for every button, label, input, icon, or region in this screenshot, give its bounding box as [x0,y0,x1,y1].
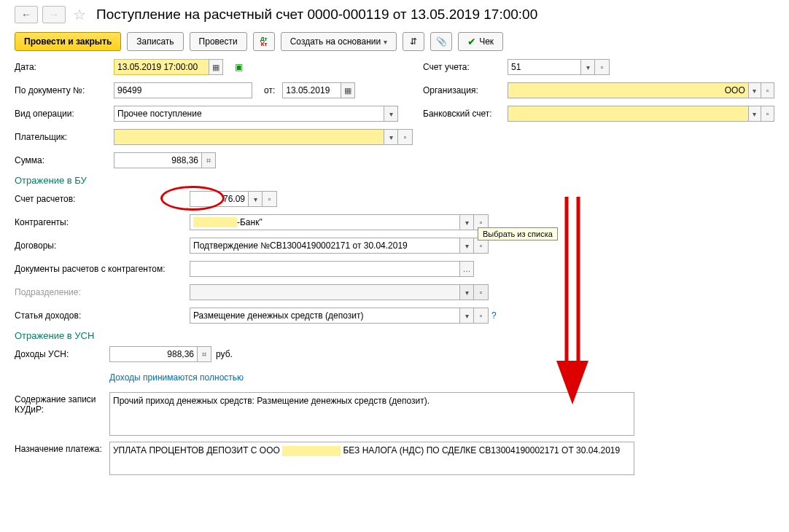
calc-docs-input[interactable] [190,261,459,277]
calc-account-label: Счет расчетов: [15,194,109,204]
bank-account-dropdown-button[interactable] [748,106,761,122]
counterparty-input[interactable]: -Банк" [190,214,459,230]
contract-dropdown-button[interactable] [459,238,474,254]
calc-account-input[interactable] [190,191,248,207]
calc-docs-label: Документы расчетов с контрагентом: [15,264,190,274]
doc-date-calendar-button[interactable] [341,82,355,98]
income-article-dropdown-button[interactable] [459,308,474,324]
doc-date-input[interactable] [282,82,341,98]
op-type-label: Вид операции: [15,109,109,119]
section-bu-header: Отражение в БУ [15,175,774,186]
amount-input[interactable] [114,152,201,168]
counterparties-label: Контрагенты: [15,217,109,227]
post-and-close-button[interactable]: Провести и закрыть [15,32,121,51]
kudir-content-label: Содержание записи КУДиР: [15,392,109,415]
contract-input[interactable] [190,238,459,254]
income-article-open-button[interactable] [474,308,489,324]
bank-account-label: Банковский счет: [423,109,503,119]
subdivision-open-button [474,284,489,300]
payment-purpose-label: Назначение платежа: [15,442,109,454]
chevron-down-icon [384,36,387,47]
op-type-input[interactable] [114,106,384,122]
counterparty-dropdown-button[interactable] [459,214,474,230]
income-full-link[interactable]: Доходы принимаются полностью [109,372,244,383]
income-usn-input[interactable] [109,346,197,362]
amount-calculator-button[interactable] [201,152,216,168]
op-type-dropdown-button[interactable] [384,106,398,122]
org-input[interactable]: ООО [508,82,748,98]
page-title: Поступление на расчетный счет 0000-00011… [96,7,537,23]
amount-label: Сумма: [15,155,109,165]
subdivision-dropdown-button [459,284,474,300]
account-open-button[interactable] [595,59,610,75]
income-usn-label: Доходы УСН: [15,349,109,359]
bank-account-input[interactable] [508,106,748,122]
section-usn-header: Отражение в УСН [15,330,774,341]
favorite-star-icon[interactable]: ☆ [73,6,86,23]
org-dropdown-button[interactable] [748,82,761,98]
account-input[interactable] [508,59,580,75]
account-dropdown-button[interactable] [580,59,595,75]
register-icon[interactable]: ▣ [235,62,243,72]
kudir-content-textarea[interactable]: Прочий приход денежных средств: Размещен… [109,392,634,436]
subdivision-input [190,284,459,300]
select-from-list-tooltip: Выбрать из списка [478,227,558,240]
org-open-button[interactable] [761,82,774,98]
redacted-org-name [282,446,341,456]
post-button[interactable]: Провести [190,32,247,51]
write-button[interactable]: Записать [127,32,183,51]
nav-back-button[interactable]: ← [15,6,38,23]
date-input[interactable] [114,59,209,75]
help-icon[interactable]: ? [491,310,497,321]
payment-purpose-textarea[interactable]: УПЛАТА ПРОЦЕНТОВ ДЕПОЗИТ С ООО БЕЗ НАЛОГ… [109,442,634,475]
payer-label: Плательщик: [15,132,109,142]
payer-dropdown-button[interactable] [384,129,398,145]
calc-account-dropdown-button[interactable] [248,191,263,207]
rub-label: руб. [216,349,233,359]
payer-open-button[interactable] [398,129,413,145]
bank-account-open-button[interactable] [761,106,774,122]
income-usn-calculator-button[interactable] [197,346,211,362]
payer-input[interactable] [114,129,384,145]
income-article-label: Статья доходов: [15,310,190,321]
related-button[interactable]: ⇵ [403,32,424,51]
attach-button[interactable]: 📎 [430,32,452,51]
doc-num-label: По документу №: [15,85,109,95]
check-icon: ✔ [467,36,476,47]
org-label: Организация: [423,85,503,95]
account-label: Счет учета: [423,62,503,72]
check-button[interactable]: ✔ Чек [458,32,503,51]
doc-num-input[interactable] [114,82,252,98]
subdivision-label: Подразделение: [15,287,190,297]
contracts-label: Договоры: [15,240,109,251]
income-article-input[interactable] [190,308,459,324]
create-based-button[interactable]: Создать на основании [281,32,397,51]
doc-from-label: от: [264,85,275,95]
calc-account-open-button[interactable] [263,191,277,207]
date-label: Дата: [15,62,109,72]
nav-forward-button[interactable]: → [42,6,66,23]
calc-docs-more-button[interactable] [459,261,474,277]
date-calendar-button[interactable] [209,59,223,75]
dt-kt-button[interactable]: ДтКт [253,32,275,51]
dt-kt-icon: ДтКт [260,36,268,47]
calendar-icon [212,63,219,72]
